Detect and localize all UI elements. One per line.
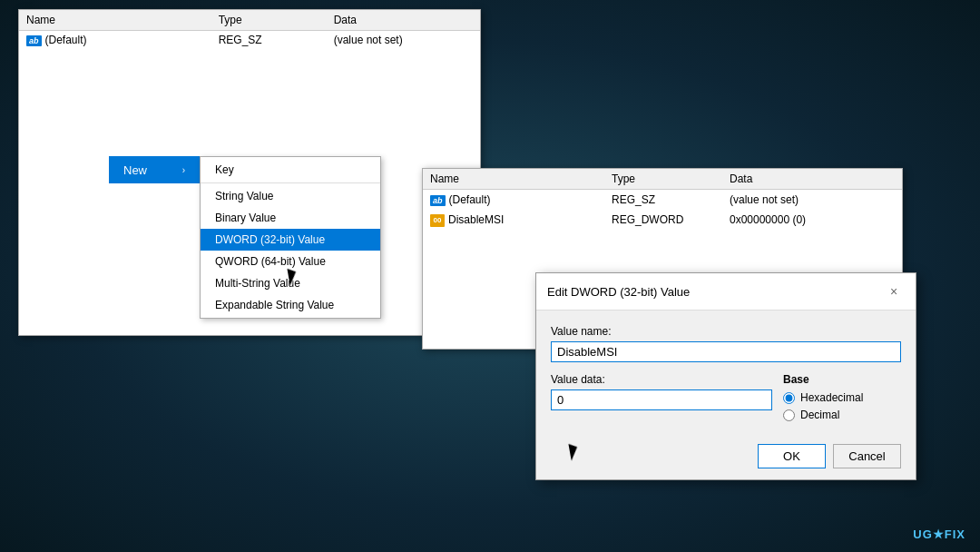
watermark-prefix: UG bbox=[913, 527, 933, 541]
dialog-titlebar: Edit DWORD (32-bit) Value × bbox=[536, 273, 916, 310]
hexadecimal-radio[interactable] bbox=[783, 392, 795, 404]
decimal-label: Decimal bbox=[800, 409, 839, 421]
edit-dword-dialog: Edit DWORD (32-bit) Value × Value name: … bbox=[535, 272, 916, 480]
row2-name-default: ab(Default) bbox=[423, 190, 604, 211]
row-type: REG_SZ bbox=[211, 31, 327, 50]
base-section: Base Hexadecimal Decimal bbox=[783, 373, 901, 426]
row2-type-default: REG_SZ bbox=[604, 190, 722, 211]
decimal-radio-row: Decimal bbox=[783, 409, 901, 421]
hexadecimal-radio-row: Hexadecimal bbox=[783, 391, 901, 404]
row2-data-default: (value not set) bbox=[722, 190, 902, 211]
table-row[interactable]: 00DisableMSI REG_DWORD 0x00000000 (0) bbox=[423, 210, 902, 231]
new-button-label: New bbox=[123, 163, 147, 177]
ok-button[interactable]: OK bbox=[758, 444, 826, 468]
watermark-suffix: FIX bbox=[945, 527, 965, 541]
decimal-radio[interactable] bbox=[783, 409, 795, 421]
dialog-close-button[interactable]: × bbox=[883, 281, 905, 302]
value-name-input[interactable] bbox=[551, 341, 901, 362]
row-data: (value not set) bbox=[327, 31, 480, 50]
submenu-item-expandable[interactable]: Expandable String Value bbox=[201, 294, 380, 316]
watermark-star: ★ bbox=[933, 527, 945, 541]
col-header-type: Type bbox=[211, 10, 327, 31]
hexadecimal-label: Hexadecimal bbox=[800, 391, 863, 404]
dialog-body: Value name: Value data: Base Hexadecimal… bbox=[536, 310, 916, 437]
base-title: Base bbox=[783, 373, 901, 386]
value-data-input[interactable] bbox=[551, 389, 772, 410]
col-header-data: Data bbox=[327, 10, 480, 31]
table-row[interactable]: ab(Default) REG_SZ (value not set) bbox=[19, 31, 480, 50]
submenu-item-key[interactable]: Key bbox=[201, 159, 380, 181]
submenu: Key String Value Binary Value DWORD (32-… bbox=[200, 156, 381, 319]
watermark: UG★FIX bbox=[913, 527, 965, 541]
row2-type-disable: REG_DWORD bbox=[604, 210, 722, 231]
row-name: ab(Default) bbox=[19, 31, 211, 50]
col2-header-name: Name bbox=[423, 169, 604, 190]
submenu-item-dword[interactable]: DWORD (32-bit) Value bbox=[201, 229, 380, 251]
col2-header-type: Type bbox=[604, 169, 722, 190]
dialog-title: Edit DWORD (32-bit) Value bbox=[547, 285, 690, 299]
context-menu: New › Key String Value Binary Value DWOR… bbox=[109, 156, 381, 319]
ab-icon: ab bbox=[26, 35, 42, 46]
submenu-item-binary[interactable]: Binary Value bbox=[201, 207, 380, 229]
dword-icon: 00 bbox=[430, 214, 445, 227]
value-data-section: Value data: bbox=[551, 373, 772, 410]
dialog-row: Value data: Base Hexadecimal Decimal bbox=[551, 373, 901, 426]
dialog-footer: OK Cancel bbox=[536, 437, 916, 479]
submenu-item-qword[interactable]: QWORD (64-bit) Value bbox=[201, 251, 380, 272]
value-data-label: Value data: bbox=[551, 373, 772, 386]
ab-icon2: ab bbox=[430, 195, 446, 206]
new-arrow-icon: › bbox=[182, 165, 185, 175]
col2-header-data: Data bbox=[722, 169, 902, 190]
submenu-item-multistring[interactable]: Multi-String Value bbox=[201, 272, 380, 294]
new-button[interactable]: New › bbox=[109, 156, 200, 183]
row2-data-disable: 0x00000000 (0) bbox=[722, 210, 902, 231]
submenu-item-string[interactable]: String Value bbox=[201, 185, 380, 207]
row2-name-disable: 00DisableMSI bbox=[423, 210, 604, 231]
submenu-divider bbox=[201, 182, 380, 183]
value-name-label: Value name: bbox=[551, 325, 901, 338]
cancel-button[interactable]: Cancel bbox=[833, 444, 901, 468]
col-header-name: Name bbox=[19, 10, 211, 31]
table-row[interactable]: ab(Default) REG_SZ (value not set) bbox=[423, 190, 902, 211]
